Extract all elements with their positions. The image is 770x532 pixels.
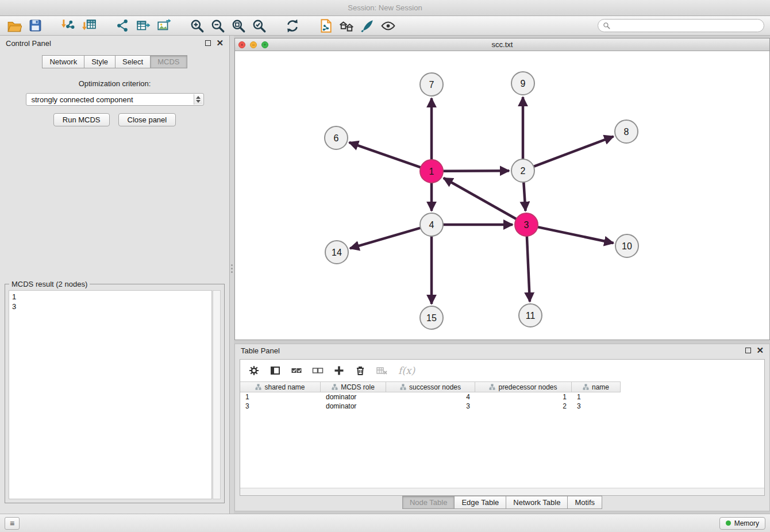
- show-graphics-details-button[interactable]: [379, 18, 396, 34]
- column-header-mcds-role[interactable]: MCDS role: [321, 381, 386, 392]
- unselect-all-icon: [312, 365, 324, 376]
- import-network-file-button[interactable]: [60, 18, 77, 34]
- table-tab-node-table[interactable]: Node Table: [402, 496, 455, 509]
- table-panel: Table Panel ✕: [234, 344, 770, 511]
- column-header-name[interactable]: name: [572, 381, 621, 392]
- panel-splitter[interactable]: [230, 36, 234, 514]
- float-table-panel-button[interactable]: [745, 348, 751, 353]
- edge-3-1[interactable]: [444, 178, 517, 219]
- close-table-panel-button[interactable]: ✕: [756, 348, 764, 353]
- column-header-shared-name[interactable]: shared name: [240, 381, 321, 392]
- table-row[interactable]: 1dominator411: [240, 392, 764, 402]
- list-icon: ≡: [10, 519, 14, 528]
- zoom-out-button[interactable]: [209, 18, 226, 34]
- table-cell[interactable]: 2: [475, 402, 572, 411]
- network-document-button[interactable]: [317, 18, 334, 34]
- unselect-all-button[interactable]: [312, 365, 324, 376]
- table-cell[interactable]: dominator: [321, 392, 386, 402]
- edge-3-11[interactable]: [527, 236, 530, 302]
- edge-1-2[interactable]: [443, 171, 509, 171]
- table-tab-network-table[interactable]: Network Table: [506, 496, 568, 509]
- open-session-button[interactable]: [6, 18, 23, 34]
- add-entry-button[interactable]: [333, 365, 345, 376]
- apply-layout-button[interactable]: [284, 18, 301, 34]
- gear-icon: [248, 365, 260, 376]
- export-network-button[interactable]: [114, 18, 131, 34]
- edge-3-10[interactable]: [538, 227, 614, 243]
- close-window-button[interactable]: ×: [238, 41, 245, 48]
- delete-column-button[interactable]: [376, 365, 388, 376]
- apply-style-button[interactable]: [359, 18, 376, 34]
- import-table-file-button[interactable]: [80, 18, 98, 34]
- column-header-label: MCDS role: [341, 383, 375, 391]
- zoom-selected-icon: [252, 18, 267, 33]
- table-header-row: shared nameMCDS rolesuccessor nodesprede…: [240, 381, 764, 392]
- window-title: Session: New Session: [348, 3, 422, 12]
- table-cell[interactable]: 1: [475, 392, 572, 402]
- column-header-successor-nodes[interactable]: successor nodes: [386, 381, 475, 392]
- zoom-window-button[interactable]: +: [261, 41, 268, 48]
- node-label-6: 6: [334, 133, 339, 143]
- table-tab-edge-table[interactable]: Edge Table: [454, 496, 506, 509]
- save-session-button[interactable]: [26, 18, 44, 34]
- minimize-window-button[interactable]: −: [250, 41, 257, 48]
- column-header-label: shared name: [264, 383, 305, 391]
- network-window-titlebar[interactable]: × − + scc.txt: [235, 38, 769, 51]
- table-horizontal-scrollbar[interactable]: [240, 488, 764, 495]
- plus-icon: [333, 365, 345, 376]
- table-panel-title: Table Panel: [241, 346, 280, 355]
- memory-button[interactable]: Memory: [719, 517, 765, 530]
- edge-2-8[interactable]: [534, 136, 614, 166]
- node-label-7: 7: [429, 80, 434, 90]
- run-mcds-button[interactable]: Run MCDS: [53, 113, 110, 126]
- table-options-button[interactable]: [248, 365, 260, 376]
- table-cell[interactable]: 3: [240, 402, 321, 411]
- export-image-button[interactable]: [155, 18, 172, 34]
- control-tab-network[interactable]: Network: [42, 55, 84, 68]
- task-history-button[interactable]: ≡: [5, 517, 20, 530]
- edge-1-6[interactable]: [349, 142, 421, 167]
- network-canvas[interactable]: 7968124314101511: [235, 51, 769, 340]
- column-type-icon: [332, 384, 338, 390]
- result-scrollbar[interactable]: [213, 290, 221, 499]
- edge-2-3[interactable]: [523, 182, 525, 211]
- fx-icon: f(x): [398, 365, 415, 376]
- export-table-button[interactable]: [134, 18, 152, 34]
- select-all-button[interactable]: [291, 365, 302, 376]
- mcds-result-list[interactable]: 13: [9, 290, 212, 499]
- network-window-title: scc.txt: [235, 40, 769, 49]
- first-neighbors-button[interactable]: [338, 18, 355, 34]
- mcds-result-title: MCDS result (2 nodes): [9, 280, 90, 288]
- zoom-in-button[interactable]: [188, 18, 206, 34]
- export-image-icon: [156, 18, 171, 33]
- zoom-selected-button[interactable]: [251, 18, 268, 34]
- delete-entry-button[interactable]: [355, 365, 366, 376]
- column-header-predecessor-nodes[interactable]: predecessor nodes: [475, 381, 572, 392]
- table-cell[interactable]: 3: [572, 402, 621, 411]
- table-cell[interactable]: dominator: [321, 402, 386, 411]
- zoom-fit-button[interactable]: [230, 18, 247, 34]
- table-cell[interactable]: 4: [386, 392, 475, 402]
- node-table-container: f(x) shared nameMCDS rolesuccessor nodes…: [240, 359, 765, 496]
- table-cell[interactable]: 1: [572, 392, 621, 402]
- trash-icon: [355, 365, 366, 376]
- close-panel-button[interactable]: ✕: [216, 40, 224, 46]
- float-panel-button[interactable]: [205, 40, 211, 46]
- control-tab-mcds[interactable]: MCDS: [150, 55, 187, 68]
- table-tab-motifs[interactable]: Motifs: [567, 496, 602, 509]
- window-titlebar[interactable]: Session: New Session: [0, 0, 770, 16]
- table-cell[interactable]: 3: [386, 402, 475, 411]
- edge-4-14[interactable]: [350, 228, 421, 249]
- control-tab-style[interactable]: Style: [84, 55, 116, 68]
- table-row[interactable]: 3dominator323: [240, 402, 764, 411]
- search-field[interactable]: [598, 19, 764, 32]
- workspace: × − + scc.txt 7968124314101511 Table Pan…: [234, 36, 770, 514]
- criterion-dropdown[interactable]: strongly connected component: [26, 93, 204, 106]
- close-panel-action-button[interactable]: Close panel: [118, 113, 176, 126]
- table-cell[interactable]: 1: [240, 392, 321, 402]
- search-input[interactable]: [613, 22, 759, 30]
- node-label-11: 11: [526, 311, 536, 321]
- show-columns-button[interactable]: [270, 365, 281, 376]
- control-tab-select[interactable]: Select: [115, 55, 151, 68]
- function-builder-button[interactable]: f(x): [398, 365, 415, 376]
